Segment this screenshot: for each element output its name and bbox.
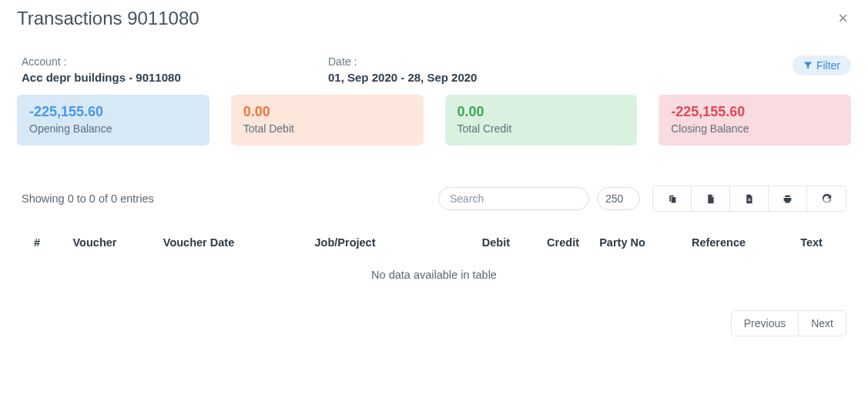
entries-info: Showing 0 to 0 of 0 entries — [22, 192, 154, 205]
empty-message: No data available in table — [0, 264, 868, 303]
close-icon[interactable]: × — [835, 10, 851, 27]
copy-button[interactable] — [653, 186, 692, 211]
filter-label: Filter — [816, 59, 840, 72]
export-button-group — [652, 186, 846, 212]
opening-value: -225,155.60 — [29, 104, 197, 120]
debit-value: 0.00 — [243, 104, 411, 120]
col-reference[interactable]: Reference — [661, 229, 776, 264]
page-title: Transactions 9011080 — [17, 8, 199, 29]
credit-label: Total Credit — [457, 122, 625, 135]
col-job[interactable]: Job/Project — [260, 229, 430, 264]
closing-label: Closing Balance — [671, 122, 839, 135]
col-credit[interactable]: Credit — [514, 229, 584, 264]
col-voucher-date[interactable]: Voucher Date — [137, 229, 260, 264]
next-button[interactable]: Next — [799, 311, 846, 336]
print-button[interactable] — [769, 186, 807, 211]
account-value: Acc depr buildings - 9011080 — [22, 71, 328, 84]
export-csv-button[interactable] — [692, 186, 730, 211]
previous-button[interactable]: Previous — [732, 311, 799, 336]
transactions-table: # Voucher Voucher Date Job/Project Debit… — [22, 229, 846, 264]
copy-icon — [667, 194, 677, 204]
credit-value: 0.00 — [457, 104, 625, 120]
table-header-row: # Voucher Voucher Date Job/Project Debit… — [22, 229, 846, 264]
page-size-input[interactable] — [597, 187, 640, 210]
debit-label: Total Debit — [243, 122, 411, 135]
card-total-credit: 0.00 Total Credit — [445, 95, 638, 145]
card-opening-balance: -225,155.60 Opening Balance — [17, 95, 209, 145]
refresh-icon — [822, 194, 832, 204]
search-input[interactable] — [438, 187, 589, 210]
export-excel-button[interactable] — [730, 186, 769, 211]
col-text[interactable]: Text — [776, 229, 846, 264]
col-party[interactable]: Party No — [584, 229, 661, 264]
card-total-debit: 0.00 Total Debit — [231, 95, 424, 145]
col-index[interactable]: # — [22, 229, 52, 264]
opening-label: Opening Balance — [29, 122, 197, 135]
card-closing-balance: -225,155.60 Closing Balance — [659, 95, 851, 145]
pagination: Previous Next — [731, 310, 846, 336]
date-label: Date : — [328, 55, 636, 68]
col-voucher[interactable]: Voucher — [52, 229, 137, 264]
date-value: 01, Sep 2020 - 28, Sep 2020 — [328, 71, 636, 84]
closing-value: -225,155.60 — [671, 104, 839, 120]
filter-button[interactable]: Filter — [793, 55, 851, 75]
account-label: Account : — [22, 55, 328, 68]
refresh-button[interactable] — [807, 186, 846, 211]
col-debit[interactable]: Debit — [430, 229, 514, 264]
account-block: Account : Acc depr buildings - 9011080 — [22, 55, 328, 84]
filter-icon — [803, 61, 813, 70]
file-icon — [705, 194, 716, 204]
print-icon — [783, 194, 793, 204]
date-block: Date : 01, Sep 2020 - 28, Sep 2020 — [328, 55, 636, 84]
file-excel-icon — [744, 194, 754, 204]
